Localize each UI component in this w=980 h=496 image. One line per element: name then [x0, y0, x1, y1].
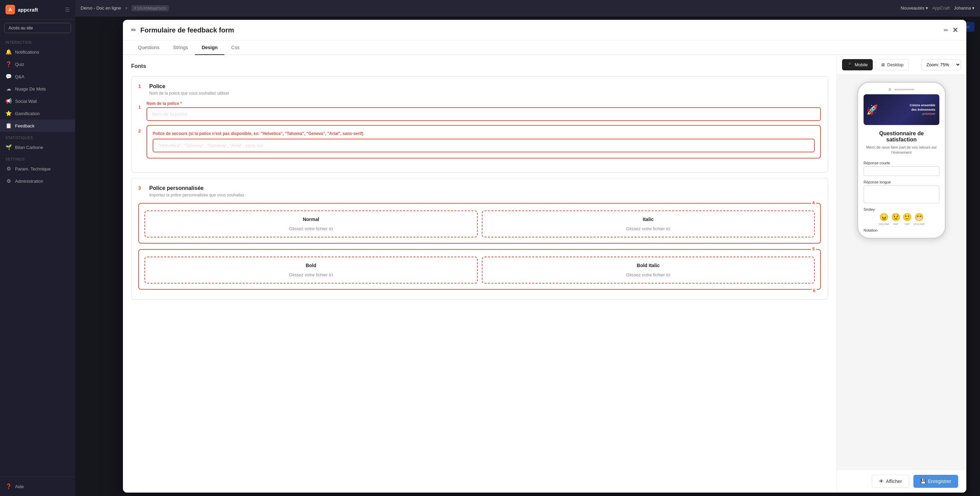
phone-label-long: Réponse longue [864, 180, 939, 184]
user-arrow-icon: ▾ [972, 5, 975, 11]
outlined-num-5: 5 [811, 246, 816, 251]
section-interaction-label: INTERACTION [0, 37, 75, 46]
police-perso-info: Police personnalisée Importez la police … [149, 185, 245, 198]
drop-zones-row-1: 4 Normal Glissez votre fichier ici Itali… [138, 203, 821, 244]
police-secours-input[interactable] [153, 139, 815, 152]
drop-zone-bold[interactable]: Bold Glissez votre fichier ici [145, 257, 478, 284]
sidebar-item-label: Param. Technique [15, 166, 51, 171]
eye-icon: 👁 [879, 478, 884, 484]
modal-title: Formulaire de feedback form [140, 26, 940, 34]
afficher-button[interactable]: 👁 Afficher [872, 475, 909, 488]
phone-container: 🚀 Créons ensemble des événements premium… [837, 75, 966, 470]
phone-banner-text: Créons ensemble des événements premium [907, 100, 938, 119]
zoom-select[interactable]: Zoom: 75% Zoom: 50% Zoom: 100% [921, 59, 961, 70]
dropdown-arrow-icon[interactable]: ▾ [125, 6, 127, 11]
field-num-2: 2 [138, 125, 144, 134]
phone-smiley-row: 😠 very-bad 😟 bad 🙂 we [864, 213, 939, 225]
outlined-num-6: 6 [812, 288, 817, 293]
sidebar-logo: A appcraft ☰ [0, 0, 75, 19]
nouveautes-button[interactable]: Nouveautés ▾ [901, 5, 928, 11]
police-perso-header: 3 Police personnalisée Importez la polic… [138, 185, 821, 198]
drop-zone-normal-text: Glissez votre fichier ici [151, 226, 472, 231]
police-personnalisee-section: 3 Police personnalisée Importez la polic… [131, 178, 828, 300]
police-description: Nom de la police que vous souhaitez util… [149, 91, 229, 96]
appcraft-label: AppCraft [932, 5, 950, 11]
modal-footer: 👁 Afficher 💾 Enregistrer [837, 470, 966, 493]
modal-close-button[interactable]: ✕ [952, 26, 958, 34]
sidebar-item-administration[interactable]: ⚙ Administration [0, 175, 75, 187]
sidebar-item-label: Gamification [15, 111, 40, 116]
drop-zone-bold-text: Glissez votre fichier ici [151, 272, 472, 278]
sidebar-item-notifications[interactable]: 🔔 Notifications [0, 46, 75, 58]
sidebar-item-aide[interactable]: ❓ Aide [0, 480, 75, 493]
desktop-label: Desktop [887, 62, 904, 67]
drop-zone-normal[interactable]: Normal Glissez votre fichier ici [145, 211, 478, 238]
drop-zone-bold-italic[interactable]: Bold Italic Glissez votre fichier ici [482, 257, 815, 284]
police-title: Police [149, 83, 229, 89]
sidebar-item-quiz[interactable]: ❓ Quiz [0, 58, 75, 70]
banner-icon: 🚀 [866, 104, 878, 115]
cloud-icon: ☁ [5, 86, 12, 92]
drop-zone-italic[interactable]: Italic Glissez votre fichier ici [482, 211, 815, 238]
sidebar-item-qa[interactable]: 💬 Q&A [0, 70, 75, 83]
tab-strings[interactable]: Strings [166, 41, 195, 55]
fonts-title: Fonts [131, 63, 828, 69]
mobile-button[interactable]: 📱 Mobile [842, 59, 873, 70]
bad-icon: 😟 [891, 213, 900, 222]
leaf-icon: 🌱 [5, 144, 12, 150]
content-row: ✏ Modifier ⋮ + Ajouter ✏ Formulaire de f… [75, 16, 980, 496]
outlined-num-4: 4 [811, 200, 816, 205]
desktop-button[interactable]: 🖥 Desktop [875, 59, 908, 70]
afficher-label: Afficher [886, 478, 902, 484]
very-well-label: very-well [914, 222, 925, 225]
phone-banner: 🚀 Créons ensemble des événements premium [864, 94, 939, 125]
sidebar: A appcraft ☰ Accès au site INTERACTION 🔔… [0, 0, 75, 496]
well-label: well [905, 222, 909, 225]
sidebar-item-bilan[interactable]: 🌱 Bilan Carbone [0, 141, 75, 153]
preview-toolbar: 📱 Mobile 🖥 Desktop Zoom: 75% Zoom: 50% Z… [837, 55, 966, 75]
menu-icon[interactable]: ☰ [65, 6, 70, 13]
quiz-icon: ❓ [5, 61, 12, 67]
desktop-icon: 🖥 [881, 62, 885, 67]
bell-icon: 🔔 [5, 49, 12, 55]
very-well-icon: 😁 [915, 213, 924, 222]
user-label[interactable]: Johanna ▾ [954, 5, 975, 11]
sidebar-item-gamification[interactable]: ⭐ Gamification [0, 107, 75, 120]
sidebar-item-label: Social Wall [15, 99, 37, 104]
drop-grid-1: Normal Glissez votre fichier ici Italic … [145, 211, 815, 238]
bad-label: bad [894, 222, 898, 225]
sidebar-item-socialwall[interactable]: 📢 Social Wall [0, 95, 75, 107]
mobile-icon: 📱 [847, 62, 853, 67]
enregistrer-button[interactable]: 💾 Enregistrer [913, 475, 958, 488]
field-label-secours: Police de secours (si la police n'est pa… [153, 131, 815, 136]
phone-bar [894, 89, 915, 90]
preview-area: 📱 Mobile 🖥 Desktop Zoom: 75% Zoom: 50% Z… [837, 55, 966, 493]
demo-label[interactable]: Demo - Doc en ligne [81, 5, 121, 11]
sidebar-item-label: Administration [15, 179, 43, 184]
sidebar-item-label: Nuage De Mots [15, 86, 46, 91]
help-icon: ❓ [5, 483, 12, 490]
field-group-police-secours: Police de secours (si la police n'est pa… [146, 125, 821, 161]
sidebar-item-label: Feedback [15, 123, 35, 128]
mobile-label: Mobile [855, 62, 868, 67]
police-name-input[interactable] [146, 107, 821, 121]
sidebar-bottom: ❓ Aide [0, 477, 75, 496]
tab-css[interactable]: Css [224, 41, 246, 55]
section-stats-label: STATISTIQUES [0, 132, 75, 141]
tab-design[interactable]: Design [195, 41, 225, 55]
logo-text: appcraft [18, 7, 38, 13]
sidebar-item-param[interactable]: ⚙ Param. Technique [0, 163, 75, 175]
modal-header: ✏ Formulaire de feedback form ✏ ✕ [123, 20, 966, 41]
police-perso-title: Police personnalisée [149, 185, 245, 191]
access-site-button[interactable]: Accès au site [4, 23, 71, 33]
edit-form-icon: ✏ [131, 26, 136, 34]
field-label-police-name: Nom de la police * [146, 101, 821, 106]
sidebar-item-label: Aide [15, 484, 24, 489]
sidebar-item-feedback[interactable]: 📋 Feedback [0, 120, 75, 132]
gear-icon: ⚙ [5, 166, 12, 172]
modal-edit-icon[interactable]: ✏ [944, 27, 948, 33]
tab-questions[interactable]: Questions [131, 41, 166, 55]
sidebar-item-nuage[interactable]: ☁ Nuage De Mots [0, 83, 75, 95]
section-num-1: 1 [138, 83, 144, 96]
qa-icon: 💬 [5, 73, 12, 80]
